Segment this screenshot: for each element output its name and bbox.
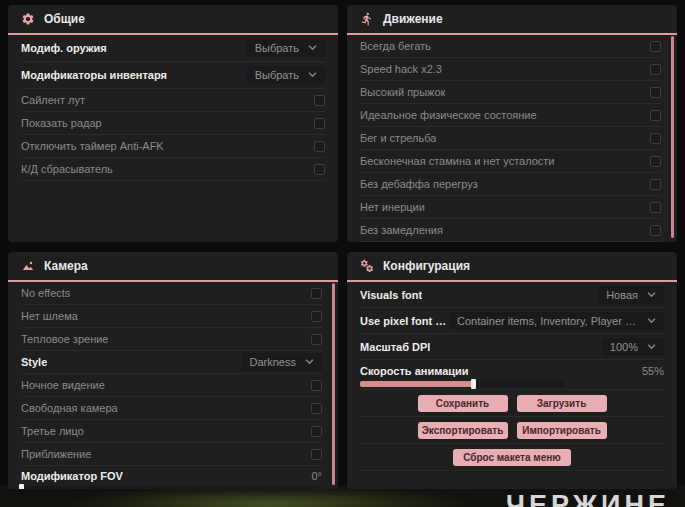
settings-row: Модиф. оружия Выбрать [21, 35, 325, 62]
config-button-row: Экспортировать Импортировать [360, 417, 664, 444]
settings-row: Ночное видение [21, 374, 322, 397]
dropdown-value: 100% [610, 341, 638, 353]
panel-config: Конфигурация Visuals font Новая Use pixe… [347, 252, 677, 489]
inventory-mods-dropdown[interactable]: Выбрать [247, 66, 325, 84]
weapon-mod-dropdown[interactable]: Выбрать [247, 39, 325, 57]
visuals-font-dropdown[interactable]: Новая [598, 286, 664, 304]
settings-row: Speed hack x2.3 [360, 58, 661, 81]
chevron-down-icon [647, 292, 656, 298]
movement-rows: Всегда бегать Speed hack x2.3 Высокий пр… [347, 35, 677, 242]
row-label: Visuals font [360, 289, 422, 301]
settings-row: Без дебаффа перегруз [360, 173, 661, 196]
checkbox[interactable] [650, 110, 661, 121]
dpi-scale-dropdown[interactable]: 100% [602, 338, 664, 356]
gear-icon [21, 12, 35, 26]
panel-title: Камера [44, 259, 88, 273]
reset-menu-layout-button[interactable]: Сброс макета меню [453, 449, 571, 466]
checkbox[interactable] [311, 288, 322, 299]
settings-row: Модификаторы инвентаря Выбрать [21, 62, 325, 89]
runner-icon [360, 12, 374, 26]
chevron-down-icon [647, 318, 656, 324]
checkbox[interactable] [314, 118, 325, 129]
row-label: Третье лицо [21, 425, 84, 437]
dropdown-value: Darkness [250, 356, 296, 368]
chevron-down-icon [647, 344, 656, 350]
row-label: Style [21, 356, 47, 368]
watermark-text: ЧЕРЖИНЕ [506, 490, 670, 507]
checkbox[interactable] [650, 202, 661, 213]
chevron-down-icon [305, 359, 314, 365]
checkbox[interactable] [311, 449, 322, 460]
row-label: Приближение [21, 448, 91, 460]
row-label: Свободная камера [21, 402, 118, 414]
row-label: Без дебаффа перегруз [360, 178, 478, 190]
dropdown-value: Новая [606, 289, 638, 301]
gears-icon [360, 259, 374, 273]
config-button-row: Сохранить Загрузить [360, 390, 664, 417]
checkbox[interactable] [650, 179, 661, 190]
load-button[interactable]: Загрузить [517, 395, 607, 412]
checkbox[interactable] [650, 156, 661, 167]
row-label: Тепловое зрение [21, 333, 108, 345]
row-label: Бесконечная стамина и нет усталости [360, 155, 555, 167]
checkbox[interactable] [650, 41, 661, 52]
movement-scrollbar[interactable] [671, 36, 674, 238]
checkbox[interactable] [314, 164, 325, 175]
slider-handle[interactable] [19, 484, 24, 489]
animation-speed-slider[interactable] [360, 381, 565, 387]
dropdown-value: Выбрать [255, 69, 299, 81]
row-label: Speed hack x2.3 [360, 63, 442, 75]
fov-modifier-row: Модификатор FOV 0° [21, 466, 322, 489]
settings-row: Use pixel font for Container items, Inve… [360, 308, 664, 334]
settings-row: Тепловое зрение [21, 328, 322, 351]
settings-row: Показать радар [21, 112, 325, 135]
pixel-font-dropdown[interactable]: Container items, Inventory, Player flags… [449, 312, 664, 330]
checkbox[interactable] [311, 380, 322, 391]
camera-scrollbar[interactable] [332, 283, 335, 485]
import-button[interactable]: Импортировать [517, 422, 607, 439]
row-label: Нет инерции [360, 201, 425, 213]
panel-camera: Камера No effects Нет шлема Тепловое зре… [8, 252, 338, 489]
settings-row: Бег и стрельба [360, 127, 661, 150]
fov-slider-header: Модификатор FOV 0° [21, 468, 322, 483]
row-label: Отключить таймер Anti-AFK [21, 140, 164, 152]
game-background-glow [70, 487, 470, 507]
fov-value: 0° [311, 470, 322, 482]
row-label: Модификаторы инвентаря [21, 69, 167, 81]
row-label: К/Д сбрасыватель [21, 163, 113, 175]
fov-modifier-slider[interactable] [21, 486, 322, 489]
panel-title: Движение [383, 12, 443, 26]
row-label: Use pixel font for [360, 315, 449, 327]
settings-row: Третье лицо [21, 420, 322, 443]
checkbox[interactable] [311, 426, 322, 437]
panel-title: Конфигурация [383, 259, 470, 273]
checkbox[interactable] [311, 403, 322, 414]
chevron-down-icon [308, 45, 317, 51]
checkbox[interactable] [314, 95, 325, 106]
checkbox[interactable] [650, 133, 661, 144]
checkbox[interactable] [650, 64, 661, 75]
checkbox[interactable] [311, 334, 322, 345]
chevron-down-icon [308, 72, 317, 78]
panel-movement: Движение Всегда бегать Speed hack x2.3 В… [347, 5, 677, 242]
animation-speed-row: Скорость анимации 55% [360, 360, 664, 390]
settings-row: Style Darkness [21, 351, 322, 374]
checkbox[interactable] [311, 311, 322, 322]
camera-rows: No effects Нет шлема Тепловое зрение Sty… [8, 282, 338, 489]
style-dropdown[interactable]: Darkness [242, 353, 322, 371]
panel-general: Общие Модиф. оружия Выбрать Модификаторы… [8, 5, 338, 242]
row-label: Скорость анимации [360, 365, 469, 377]
checkbox[interactable] [650, 87, 661, 98]
export-button[interactable]: Экспортировать [418, 422, 508, 439]
row-label: Бег и стрельба [360, 132, 436, 144]
config-button-row: Сброс макета меню [360, 444, 664, 471]
checkbox[interactable] [650, 225, 661, 236]
checkbox[interactable] [314, 141, 325, 152]
row-label: Всегда бегать [360, 40, 431, 52]
settings-row: Всегда бегать [360, 35, 661, 58]
slider-handle[interactable] [471, 379, 476, 389]
settings-row: К/Д сбрасыватель [21, 158, 325, 181]
dropdown-value: Container items, Inventory, Player flags… [457, 315, 638, 327]
row-label: Без замедления [360, 224, 443, 236]
save-button[interactable]: Сохранить [418, 395, 508, 412]
